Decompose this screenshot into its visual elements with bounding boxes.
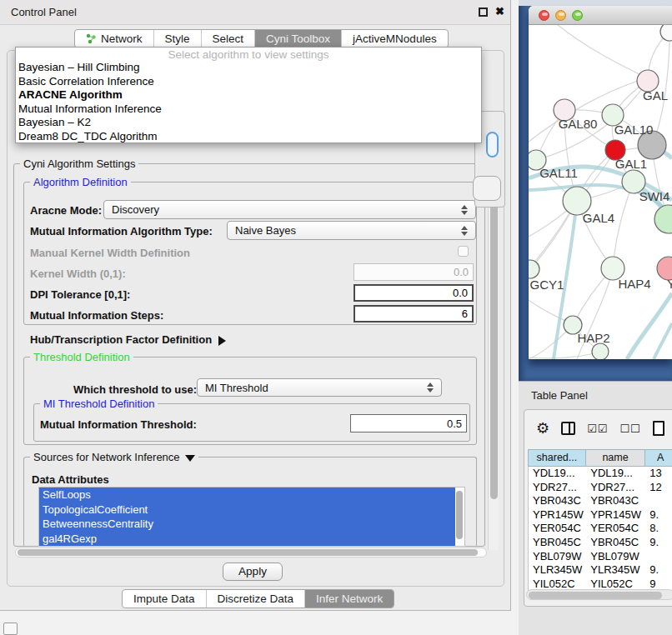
column-header-3[interactable]: A bbox=[645, 449, 672, 467]
table-horizontal-scrollbar[interactable] bbox=[526, 589, 672, 600]
float-icon[interactable] bbox=[479, 8, 488, 17]
hub-definition-toggle[interactable]: Hub/Transcription Factor Definition bbox=[30, 333, 226, 346]
which-threshold-value: MI Threshold bbox=[205, 382, 268, 394]
network-node[interactable] bbox=[660, 25, 672, 41]
table-row[interactable]: YDR27...YDR27...12 bbox=[529, 481, 672, 495]
minimize-traffic-light-icon[interactable] bbox=[555, 10, 566, 21]
expanded-arrow-icon bbox=[185, 455, 195, 462]
tab-style[interactable]: Style bbox=[154, 30, 202, 48]
tab-impute-data[interactable]: Impute Data bbox=[123, 590, 207, 608]
dpi-tolerance-field[interactable]: 0.0 bbox=[354, 284, 474, 302]
algorithm-option[interactable]: Mutual Information Inference bbox=[16, 102, 481, 117]
table-cell: 13 bbox=[645, 467, 672, 481]
settings-horizontal-scrollbar[interactable] bbox=[15, 548, 487, 558]
spinner-arrows-icon bbox=[461, 226, 468, 236]
mi-type-label: Mutual Information Algorithm Type: bbox=[30, 225, 213, 238]
tab-network[interactable]: Network bbox=[75, 30, 154, 48]
mi-type-select[interactable]: Naive Bayes bbox=[227, 221, 476, 240]
table-cell: YLR345W bbox=[586, 563, 645, 578]
algorithm-option[interactable]: Bayesian – Hill Climbing bbox=[16, 61, 481, 75]
control-panel-titlebar[interactable]: Control Panel ✖ bbox=[0, 0, 510, 25]
node-label: GAL4 bbox=[583, 211, 614, 225]
tab-discretize-data[interactable]: Discretize Data bbox=[207, 590, 306, 608]
table-row[interactable]: YBR045CYBR045C9. bbox=[529, 536, 672, 550]
tab-infer-network[interactable]: Infer Network bbox=[305, 590, 394, 608]
zoom-traffic-light-icon[interactable] bbox=[572, 10, 583, 21]
unchecked-boxes-icon[interactable]: ☐☐ bbox=[619, 422, 640, 435]
sources-toggle[interactable]: Sources for Network Inference bbox=[30, 451, 198, 463]
column-header-1[interactable]: shared... bbox=[528, 449, 586, 467]
table-cell: YLR345W bbox=[529, 563, 586, 578]
node-label: GAL11 bbox=[539, 166, 578, 180]
table-row[interactable]: YLR345WYLR345W9. bbox=[529, 563, 672, 578]
table-panel: Table Panel ⚙ ☑☑ ☐☐ shared...nameA YDL19… bbox=[519, 381, 672, 635]
attribute-list-item[interactable]: gal4RGexp bbox=[39, 532, 455, 547]
tab-label: Cyni Toolbox bbox=[266, 32, 330, 45]
table-panel-title: Table Panel bbox=[531, 389, 588, 402]
table-hscrollbar-thumb[interactable] bbox=[529, 592, 662, 599]
algorithm-option[interactable]: Dream8 DC_TDC Algorithm bbox=[16, 130, 481, 144]
network-node[interactable] bbox=[592, 343, 609, 359]
close-icon[interactable]: ✖ bbox=[495, 5, 504, 18]
algorithm-option[interactable]: ARACNE Algorithm bbox=[16, 88, 481, 102]
tab-cyni-toolbox[interactable]: Cyni Toolbox bbox=[255, 30, 342, 48]
network-edge bbox=[613, 182, 634, 268]
minimized-panel-icon[interactable] bbox=[3, 622, 18, 635]
attributes-vertical-scrollbar[interactable] bbox=[456, 491, 463, 539]
network-node[interactable] bbox=[654, 205, 672, 233]
gear-icon[interactable]: ⚙ bbox=[536, 420, 549, 437]
manual-kernel-checkbox[interactable] bbox=[458, 246, 469, 257]
table-frame: ⚙ ☑☑ ☐☐ shared...nameA YDL19...YDL19...1… bbox=[524, 409, 672, 607]
network-window-titlebar[interactable] bbox=[529, 6, 672, 25]
settings-hscrollbar-thumb[interactable] bbox=[18, 549, 478, 556]
checked-boxes-icon[interactable]: ☑☑ bbox=[587, 422, 608, 435]
page-icon[interactable] bbox=[653, 421, 664, 436]
network-node-gcy1[interactable] bbox=[529, 260, 539, 278]
mi-steps-field[interactable]: 6 bbox=[354, 305, 474, 322]
network-canvas[interactable]: GALGAL80GAL10GAL1GAL11SWI4GAL4GCY1HAP4YH… bbox=[529, 25, 672, 359]
threshold-definition-title: Threshold Definition bbox=[30, 351, 133, 363]
table-row[interactable]: YBL079WYBL079W bbox=[529, 550, 672, 564]
network-edge bbox=[558, 25, 648, 78]
attribute-list-item[interactable]: TopologicalCoefficient bbox=[39, 502, 455, 518]
background-combo-focus-fragment bbox=[486, 132, 499, 158]
network-edge bbox=[529, 352, 600, 358]
algorithm-dropdown-prompt: Select algorithm to view settings bbox=[16, 48, 481, 61]
mi-steps-label: Mutual Information Steps: bbox=[30, 309, 163, 322]
root: Control Panel ✖ NetworkStyleSelectCyni T… bbox=[0, 0, 672, 635]
tab-label: jActiveMNodules bbox=[353, 32, 437, 45]
network-edge bbox=[654, 323, 672, 359]
table-cell: YER054C bbox=[529, 522, 586, 536]
kernel-width-field[interactable]: 0.0 bbox=[354, 263, 474, 281]
attribute-list-item[interactable]: SelfLoops bbox=[39, 488, 455, 502]
tab-jactivemnodules[interactable]: jActiveMNodules bbox=[342, 30, 448, 48]
which-threshold-select[interactable]: MI Threshold bbox=[197, 378, 442, 397]
control-panel-tabbar: NetworkStyleSelectCyni ToolboxjActiveMNo… bbox=[74, 29, 449, 48]
table-cell: 9. bbox=[645, 508, 672, 522]
aracne-mode-select[interactable]: Discovery bbox=[103, 200, 476, 219]
mi-threshold-label: Mutual Information Threshold: bbox=[40, 418, 197, 431]
apply-button[interactable]: Apply bbox=[223, 562, 283, 581]
node-table: shared...nameA YDL19...YDL19...13YDR27..… bbox=[528, 449, 672, 591]
tab-label: Select bbox=[213, 32, 244, 45]
data-attributes-list[interactable]: SelfLoopsTopologicalCoefficientBetweenne… bbox=[38, 487, 465, 547]
columns-icon[interactable] bbox=[561, 422, 575, 435]
mi-threshold-field[interactable]: 0.5 bbox=[350, 414, 467, 432]
attribute-list-item[interactable]: BetweennessCentrality bbox=[39, 517, 455, 532]
settings-scrollbar-thumb[interactable] bbox=[490, 161, 498, 499]
table-cell: YBR045C bbox=[586, 536, 645, 550]
settings-vertical-scrollbar[interactable] bbox=[488, 160, 499, 550]
table-row[interactable]: YDL19...YDL19...13 bbox=[529, 467, 672, 481]
control-panel-window: Control Panel ✖ NetworkStyleSelectCyni T… bbox=[0, 0, 511, 611]
close-traffic-light-icon[interactable] bbox=[539, 10, 549, 21]
table-row[interactable]: YER054CYER054C8. bbox=[529, 522, 672, 536]
node-label: GAL bbox=[643, 88, 668, 102]
tab-select[interactable]: Select bbox=[202, 30, 256, 48]
algorithm-dropdown-list: Select algorithm to view settings Bayesi… bbox=[15, 47, 482, 143]
table-cell bbox=[645, 494, 672, 508]
algorithm-option[interactable]: Bayesian – K2 bbox=[16, 116, 481, 130]
column-header-2[interactable]: name bbox=[586, 449, 646, 467]
table-row[interactable]: YBR043CYBR043C bbox=[529, 494, 672, 508]
algorithm-option[interactable]: Basic Correlation Inference bbox=[16, 75, 481, 89]
table-row[interactable]: YPR145WYPR145W9. bbox=[529, 508, 672, 522]
